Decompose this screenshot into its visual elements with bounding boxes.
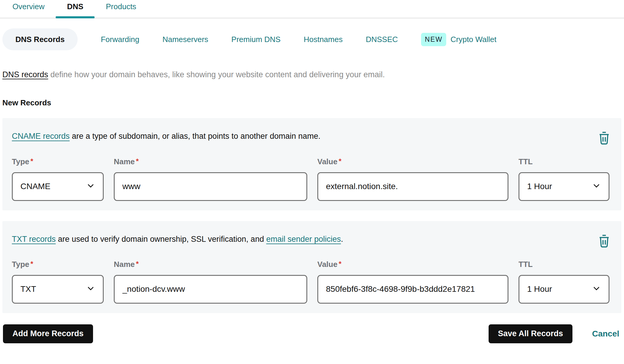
subtab-nameservers[interactable]: Nameservers [162,35,208,44]
txt-type-value: TXT [20,284,36,294]
cname-fields-row: Type* CNAME Name* Value* TTL 1 Hour [12,157,612,201]
subtab-forwarding[interactable]: Forwarding [101,35,139,44]
name-label: Name* [114,157,307,166]
txt-name-field: Name* [114,260,307,304]
cname-value-field: Value* [317,157,508,201]
new-records-heading: New Records [2,98,622,107]
chevron-down-icon [592,284,601,295]
dns-intro-rest: define how your domain behaves, like sho… [48,70,385,79]
save-all-records-button[interactable]: Save All Records [489,324,573,343]
record-card-cname: CNAME records are a type of subdomain, o… [2,118,621,210]
value-label: Value* [317,260,508,269]
cname-type-field: Type* CNAME [12,157,104,201]
txt-type-field: Type* TXT [12,260,104,304]
add-more-records-button[interactable]: Add More Records [3,324,93,343]
txt-type-select[interactable]: TXT [12,275,104,304]
tab-dns[interactable]: DNS [56,0,95,18]
cname-type-value: CNAME [20,182,50,191]
trash-icon [597,142,611,147]
subtab-dns-records[interactable]: DNS Records [2,28,78,50]
required-asterisk: * [31,157,33,165]
txt-ttl-field: TTL 1 Hour [519,260,609,304]
txt-records-link[interactable]: TXT records [12,235,56,244]
name-label: Name* [114,260,307,269]
domain-tabbar: Overview DNS Products [0,0,624,18]
subtab-crypto-wallet[interactable]: NEW Crypto Wallet [421,33,497,46]
cname-card-description: CNAME records are a type of subdomain, o… [12,131,612,141]
type-label: Type* [12,157,104,166]
cname-ttl-select[interactable]: 1 Hour [519,172,609,201]
txt-desc-text2: . [341,235,343,244]
dns-records-link[interactable]: DNS records [2,70,48,79]
required-asterisk: * [31,260,33,268]
cname-ttl-value: 1 Hour [527,182,552,191]
tab-products[interactable]: Products [95,0,148,18]
chevron-down-icon [592,181,601,192]
subtab-premium-dns[interactable]: Premium DNS [231,35,281,44]
footer-actions: Add More Records Save All Records Cancel [3,324,619,343]
footer-right-group: Save All Records Cancel [489,324,619,343]
cname-value-input[interactable] [317,172,508,201]
cname-name-field: Name* [114,157,307,201]
txt-card-description: TXT records are used to verify domain ow… [12,234,612,244]
email-sender-policies-link[interactable]: email sender policies [266,235,341,244]
required-asterisk: * [339,260,341,268]
new-badge: NEW [421,33,447,46]
txt-value-field: Value* [317,260,508,304]
chevron-down-icon [86,181,95,192]
delete-cname-record-button[interactable] [597,131,611,146]
chevron-down-icon [86,284,95,295]
cname-desc-text: are a type of subdomain, or alias, that … [70,132,321,141]
txt-fields-row: Type* TXT Name* Value* TTL 1 Hour [12,260,612,304]
ttl-label: TTL [519,260,609,269]
txt-desc-text: are used to verify domain ownership, SSL… [56,235,266,244]
cname-name-input[interactable] [114,172,307,201]
cname-type-select[interactable]: CNAME [12,172,104,201]
cname-records-link[interactable]: CNAME records [12,132,70,141]
record-card-txt: TXT records are used to verify domain ow… [2,221,621,313]
required-asterisk: * [136,260,139,268]
subtab-dnssec[interactable]: DNSSEC [366,35,398,44]
trash-icon [597,245,611,250]
required-asterisk: * [339,157,341,165]
cname-ttl-field: TTL 1 Hour [519,157,609,201]
txt-ttl-select[interactable]: 1 Hour [519,275,609,304]
txt-value-input[interactable] [317,275,508,304]
cancel-button[interactable]: Cancel [592,329,619,339]
type-label: Type* [12,260,104,269]
value-label: Value* [317,157,508,166]
delete-txt-record-button[interactable] [597,234,611,249]
txt-ttl-value: 1 Hour [527,284,552,294]
subtab-crypto-wallet-label: Crypto Wallet [450,35,496,44]
required-asterisk: * [136,157,139,165]
tab-overview[interactable]: Overview [1,0,56,18]
dns-subtabs: DNS Records Forwarding Nameservers Premi… [2,28,624,50]
dns-intro-text: DNS records define how your domain behav… [2,69,622,80]
txt-name-input[interactable] [114,275,307,304]
subtab-hostnames[interactable]: Hostnames [304,35,343,44]
ttl-label: TTL [519,157,609,166]
